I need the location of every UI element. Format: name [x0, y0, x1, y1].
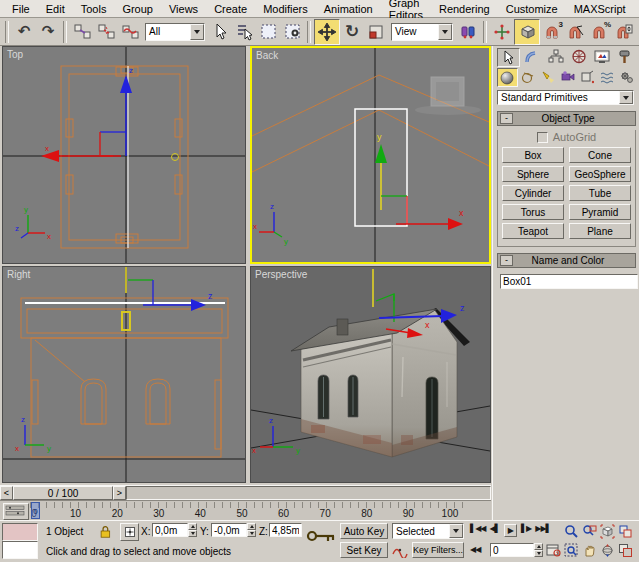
menu-edit[interactable]: Edit: [38, 3, 73, 15]
tab-hierarchy[interactable]: [545, 48, 566, 65]
zoom-extents-all-button[interactable]: [616, 523, 634, 540]
dropdown-arrow-icon[interactable]: [449, 524, 463, 538]
redo-button[interactable]: ↷: [36, 20, 60, 44]
cone-button[interactable]: Cone: [569, 147, 631, 163]
torus-button[interactable]: Torus: [502, 204, 564, 220]
collapse-icon[interactable]: -: [500, 255, 513, 266]
arc-rotate-button[interactable]: [598, 542, 616, 559]
set-keys-button[interactable]: [306, 527, 336, 557]
object-name-field[interactable]: [500, 274, 638, 289]
frame-spinner[interactable]: [534, 543, 543, 557]
current-frame-field[interactable]: [490, 543, 534, 557]
name-color-rollout-header[interactable]: - Name and Color: [497, 253, 636, 268]
play-button[interactable]: ▶: [504, 524, 517, 537]
menu-maxscript[interactable]: MAXScript: [566, 3, 634, 15]
key-filters-button[interactable]: Key Filters...: [412, 542, 464, 558]
selection-filter-dropdown[interactable]: Selected: [392, 523, 464, 539]
menu-rendering[interactable]: Rendering: [431, 3, 498, 15]
next-frame-button[interactable]: ▌▶: [521, 524, 531, 537]
zoom-all-button[interactable]: [580, 523, 598, 540]
default-tangent-button[interactable]: [392, 543, 408, 560]
category-systems[interactable]: [617, 68, 636, 85]
spinner-snap-button[interactable]: [612, 20, 636, 44]
bind-spacewarp-button[interactable]: [118, 20, 142, 44]
viewport-perspective[interactable]: Perspective: [250, 266, 491, 483]
time-configuration-button[interactable]: [546, 543, 561, 559]
min-max-toggle-button[interactable]: [616, 542, 634, 559]
select-and-rotate-button[interactable]: ↻: [340, 20, 364, 44]
previous-frame-button[interactable]: ◀▌: [489, 524, 499, 537]
menu-help[interactable]: Help: [634, 3, 639, 15]
menu-views[interactable]: Views: [161, 3, 206, 15]
undo-button[interactable]: ↶: [12, 20, 36, 44]
track-bar[interactable]: 0102030405060708090100 0: [0, 500, 491, 520]
select-and-move-button[interactable]: [314, 19, 340, 45]
time-slider-handle[interactable]: 0 / 100: [13, 486, 113, 500]
unlink-button[interactable]: [94, 20, 118, 44]
go-to-start-button[interactable]: ▌◀◀: [470, 524, 485, 537]
primitives-dropdown[interactable]: Standard Primitives: [497, 90, 634, 105]
select-object-button[interactable]: [208, 20, 232, 44]
time-slider-prev-button[interactable]: <: [0, 486, 13, 500]
coord-y-field[interactable]: [211, 523, 247, 537]
select-by-name-button[interactable]: [232, 20, 256, 44]
select-and-scale-button[interactable]: [364, 20, 388, 44]
absolute-mode-button[interactable]: [120, 523, 139, 541]
tube-button[interactable]: Tube: [569, 185, 631, 201]
pyramid-button[interactable]: Pyramid: [569, 204, 631, 220]
viewport-back-canvas[interactable]: y x zxy: [252, 48, 489, 262]
coord-y-spinner[interactable]: [247, 523, 256, 537]
time-slider-next-button[interactable]: >: [113, 486, 126, 500]
house-model[interactable]: [291, 308, 470, 457]
pan-button[interactable]: [580, 542, 598, 559]
zoom-button[interactable]: [562, 523, 580, 540]
object-type-rollout-header[interactable]: - Object Type: [497, 111, 636, 126]
move-gizmo-top[interactable]: z x: [41, 66, 133, 162]
coord-x-spinner[interactable]: [188, 523, 197, 537]
macro-recorder-box[interactable]: [2, 523, 38, 541]
auto-key-button[interactable]: Auto Key: [340, 523, 388, 539]
dropdown-arrow-icon[interactable]: [438, 24, 452, 40]
tab-motion[interactable]: [568, 48, 589, 65]
tab-display[interactable]: [591, 48, 612, 65]
menu-animation[interactable]: Animation: [316, 3, 381, 15]
cylinder-button[interactable]: Cylinder: [502, 185, 564, 201]
named-selection-sets-dropdown[interactable]: All: [145, 23, 205, 41]
dropdown-arrow-icon[interactable]: [619, 91, 633, 104]
menu-file[interactable]: File: [4, 3, 38, 15]
coord-z-field[interactable]: [269, 523, 302, 537]
category-geometry[interactable]: [497, 68, 518, 87]
link-button[interactable]: [70, 20, 94, 44]
box-button[interactable]: Box: [502, 147, 564, 163]
geosphere-button[interactable]: GeoSphere: [569, 166, 631, 182]
reference-coordinate-dropdown[interactable]: View: [391, 23, 453, 41]
tab-utilities[interactable]: [614, 48, 635, 65]
viewport-right[interactable]: Right: [2, 266, 246, 483]
key-mode-toggle-button[interactable]: ◀◀: [470, 545, 480, 554]
set-key-button[interactable]: Set Key: [340, 542, 388, 558]
coord-x-field[interactable]: [152, 523, 188, 537]
category-helpers[interactable]: [578, 68, 597, 85]
plane-button[interactable]: Plane: [569, 223, 631, 239]
use-center-button[interactable]: [456, 20, 480, 44]
category-spacewarps[interactable]: [598, 68, 617, 85]
angle-snap-button[interactable]: [564, 20, 588, 44]
menu-modifiers[interactable]: Modifiers: [255, 3, 316, 15]
lock-selection-button[interactable]: [98, 524, 112, 540]
viewport-perspective-canvas[interactable]: z x zyx: [251, 267, 490, 482]
viewport-right-canvas[interactable]: z zyx: [3, 267, 245, 482]
window-crossing-button[interactable]: [280, 20, 304, 44]
rect-selection-region-button[interactable]: [256, 20, 280, 44]
go-to-end-button[interactable]: ▶▶▌: [535, 524, 550, 537]
select-and-manipulate-button[interactable]: [490, 20, 514, 44]
time-slider-track[interactable]: [126, 486, 491, 500]
viewport-top[interactable]: Top z x: [2, 46, 246, 264]
sphere-button[interactable]: Sphere: [502, 166, 564, 182]
teapot-button[interactable]: Teapot: [502, 223, 564, 239]
snaps-toggle-button[interactable]: [514, 19, 540, 45]
zoom-extents-button[interactable]: [598, 523, 616, 540]
category-cameras[interactable]: [558, 68, 577, 85]
menu-group[interactable]: Group: [114, 3, 161, 15]
percent-snap-button[interactable]: %: [588, 20, 612, 44]
listener-box[interactable]: [2, 541, 38, 559]
